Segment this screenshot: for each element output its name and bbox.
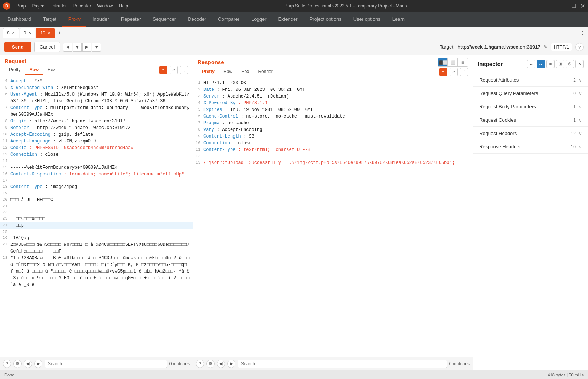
close-tab-9[interactable]: ✕ xyxy=(28,31,31,35)
response-prev-match-button[interactable]: ◀ xyxy=(217,360,225,368)
close-button[interactable]: ✕ xyxy=(580,3,585,10)
nav-tab-extender[interactable]: Extender xyxy=(272,12,304,27)
response-single-view-button[interactable]: ⬜ xyxy=(448,58,458,66)
inspector-close-btn[interactable]: ✕ xyxy=(575,60,584,68)
target-edit-button[interactable]: ✎ xyxy=(543,44,548,50)
inspector-request-headers[interactable]: Request Headers 12 ∨ xyxy=(473,127,588,140)
title-bar: B Burp Project Intruder Repeater Window … xyxy=(0,0,588,12)
more-tabs-button[interactable]: ⋮ xyxy=(580,30,585,36)
inspector-response-headers[interactable]: Response Headers 10 ∨ xyxy=(473,140,588,154)
response-tab-pretty[interactable]: Pretty xyxy=(197,67,219,76)
code-line: 12 xyxy=(193,153,473,159)
menu-help[interactable]: Help xyxy=(119,3,128,9)
inspector-body-params[interactable]: Request Body Parameters 1 ∨ xyxy=(473,100,588,113)
prev-button[interactable]: ◀ xyxy=(63,43,72,52)
nav-tab-logger[interactable]: Logger xyxy=(245,12,272,27)
response-grid-view-button[interactable]: ⊞ xyxy=(458,58,468,66)
code-line: 7Content-Type : multipart/form-data; bou… xyxy=(0,105,193,118)
request-tab-raw[interactable]: Raw xyxy=(25,66,43,75)
request-code-area: 4Accept : */*5X-Requested-With : XMLHttp… xyxy=(0,76,193,357)
close-tab-8[interactable]: ✕ xyxy=(12,31,15,35)
inspector-view-btn-1[interactable]: ▪▪ xyxy=(527,60,535,68)
code-line: 9Content-Length : 93 xyxy=(193,133,473,140)
inspector-align-btn[interactable]: ≡ xyxy=(546,60,555,68)
request-help-button[interactable]: ? xyxy=(3,360,11,368)
inspector-view-btn-2[interactable]: ▪▪ xyxy=(537,60,545,68)
http-version-select[interactable]: HTTP/1 xyxy=(551,43,572,51)
response-tab-render[interactable]: Render xyxy=(254,67,277,76)
nav-tab-user-options[interactable]: User options xyxy=(347,12,386,27)
code-line: 10Connection : close xyxy=(193,140,473,146)
nav-tab-decoder[interactable]: Decoder xyxy=(182,12,212,27)
chevron-down-icon: ∨ xyxy=(579,144,582,149)
help-button[interactable]: ? xyxy=(575,43,584,51)
code-line: 10Accept-Encoding : gzip, deflate xyxy=(0,131,193,138)
request-wrap-button[interactable]: ↵ xyxy=(170,66,178,74)
response-tab-raw[interactable]: Raw xyxy=(219,67,237,76)
window-controls: ─ □ ✕ xyxy=(564,3,585,10)
nav-tab-learn[interactable]: Learn xyxy=(386,12,411,27)
request-settings-button[interactable]: ⚙ xyxy=(13,360,22,368)
response-wrap-button[interactable]: ↵ xyxy=(450,68,458,76)
request-tab-hex[interactable]: Hex xyxy=(43,66,60,75)
response-next-match-button[interactable]: ▶ xyxy=(227,360,235,368)
response-split-view-button[interactable]: ⬛⬜ xyxy=(438,58,448,66)
code-line: 5Expires : Thu, 19 Nov 1981 08:52:00 GMT xyxy=(193,106,473,113)
target-label: Target: xyxy=(440,44,455,50)
request-matches-count: 0 matches xyxy=(169,361,190,366)
prev-down-button[interactable]: ▼ xyxy=(73,43,82,52)
main-content: Request Pretty Raw Hex ≡ ↵ ⋮ 4Accept : *… xyxy=(0,55,588,370)
code-line: 22 xyxy=(0,209,193,215)
menu-burp[interactable]: Burp xyxy=(16,3,26,9)
close-tab-10[interactable]: ✕ xyxy=(48,31,50,35)
response-settings-button[interactable]: ⚙ xyxy=(206,360,215,368)
response-more-button[interactable]: ⋮ xyxy=(460,68,468,76)
nav-tab-intruder[interactable]: Intruder xyxy=(86,12,115,27)
next-down-button[interactable]: ▼ xyxy=(92,43,101,52)
minimize-button[interactable]: ─ xyxy=(564,3,568,10)
target-url: http://week-1.hgame.lwsec.cn:31917 xyxy=(457,44,540,50)
inspector-cookies[interactable]: Request Cookies 1 ∨ xyxy=(473,113,588,127)
menu-window[interactable]: Window xyxy=(97,3,113,9)
response-pretty-print-button[interactable]: ≡ xyxy=(439,68,447,76)
menu-intruder[interactable]: Intruder xyxy=(52,3,67,9)
inspector-query-params[interactable]: Request Query Parameters 0 ∨ xyxy=(473,87,588,100)
response-search-input[interactable] xyxy=(238,360,447,368)
code-line: 8Origin : http://week-1.hgame.lwsec.cn:3… xyxy=(0,118,193,125)
add-tab-button[interactable]: + xyxy=(55,29,64,37)
nav-tab-repeater[interactable]: Repeater xyxy=(115,12,147,27)
request-prev-match-button[interactable]: ◀ xyxy=(24,360,32,368)
request-more-button[interactable]: ⋮ xyxy=(180,66,188,74)
repeater-tab-9[interactable]: 9 ✕ xyxy=(20,28,36,38)
next-button[interactable]: ▶ xyxy=(82,43,91,52)
response-help-button[interactable]: ? xyxy=(196,360,204,368)
title-bar-left: B Burp Project Intruder Repeater Window … xyxy=(3,2,128,10)
nav-tab-project-options[interactable]: Project options xyxy=(304,12,347,27)
request-pretty-print-button[interactable]: ≡ xyxy=(159,66,167,74)
response-panel-header: Response ⬛⬜ ⬜ ⊞ Pretty Raw Hex Render xyxy=(193,55,473,78)
repeater-tab-10[interactable]: 10 ✕ xyxy=(36,28,54,38)
send-button[interactable]: Send xyxy=(4,42,31,52)
nav-tab-proxy[interactable]: Proxy xyxy=(62,12,86,27)
nav-tab-sequencer[interactable]: Sequencer xyxy=(147,12,182,27)
menu-project[interactable]: Project xyxy=(32,3,45,9)
cancel-button[interactable]: Cancel xyxy=(34,42,60,52)
inspector-request-attributes[interactable]: Request Attributes 2 ∨ xyxy=(473,73,588,87)
repeater-tab-8[interactable]: 8 ✕ xyxy=(3,28,19,38)
menu-repeater[interactable]: Repeater xyxy=(73,3,91,9)
code-line: 26!1A"Qaq xyxy=(0,235,193,241)
request-next-match-button[interactable]: ▶ xyxy=(34,360,42,368)
request-tab-pretty[interactable]: Pretty xyxy=(4,66,25,75)
title-bar-menu: Burp Project Intruder Repeater Window He… xyxy=(16,3,128,9)
nav-bar: Dashboard Target Proxy Intruder Repeater… xyxy=(0,12,588,27)
chevron-down-icon: ∨ xyxy=(579,131,582,136)
nav-tab-target[interactable]: Target xyxy=(37,12,62,27)
maximize-button[interactable]: □ xyxy=(572,3,576,10)
response-tab-hex[interactable]: Hex xyxy=(237,67,254,76)
request-search-input[interactable] xyxy=(45,360,167,368)
nav-tab-comparer[interactable]: Comparer xyxy=(212,12,245,27)
code-line: 16Content-Disposition : form-data; name=… xyxy=(0,171,193,178)
inspector-filter-btn[interactable]: ⊞ xyxy=(556,60,564,68)
inspector-settings-btn[interactable]: ⚙ xyxy=(566,60,574,68)
nav-tab-dashboard[interactable]: Dashboard xyxy=(1,12,37,27)
